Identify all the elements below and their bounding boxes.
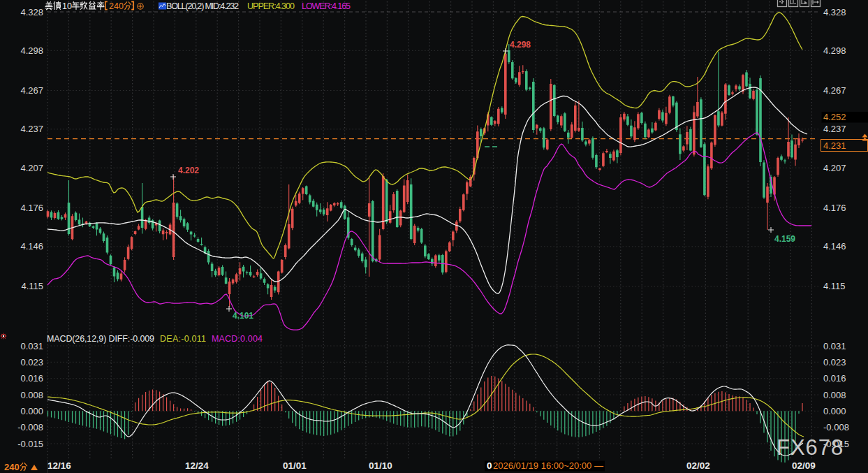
svg-text:4.237: 4.237	[20, 124, 43, 134]
svg-text:4.252: 4.252	[823, 112, 846, 122]
svg-text:12/16: 12/16	[47, 460, 71, 471]
svg-text:0.008: 0.008	[823, 390, 846, 400]
svg-text:-0.008: -0.008	[823, 422, 849, 432]
svg-text:-0.015: -0.015	[17, 439, 43, 449]
svg-text:0.000: 0.000	[823, 406, 846, 416]
svg-text:4.328: 4.328	[20, 7, 43, 17]
svg-text:4.115: 4.115	[21, 281, 43, 291]
svg-text:12/24: 12/24	[185, 460, 209, 471]
svg-text:240: 240	[109, 1, 124, 11]
svg-text:4.207: 4.207	[823, 163, 846, 173]
svg-text:4.159: 4.159	[774, 234, 795, 244]
svg-text:240: 240	[4, 462, 20, 472]
svg-text:0.031: 0.031	[823, 341, 846, 351]
svg-text:0.008: 0.008	[20, 390, 43, 400]
svg-text:4.146: 4.146	[823, 241, 846, 252]
svg-text:4.298: 4.298	[20, 45, 43, 56]
svg-text:4.298: 4.298	[823, 45, 846, 56]
svg-text:10: 10	[62, 1, 72, 11]
svg-text:MACD:0.004: MACD:0.004	[212, 334, 263, 344]
svg-text:02/09: 02/09	[792, 460, 816, 471]
svg-text:4.237: 4.237	[823, 124, 846, 134]
svg-text:FX678: FX678	[777, 435, 844, 460]
svg-text:4.328: 4.328	[823, 7, 846, 17]
svg-text:0.023: 0.023	[20, 357, 43, 368]
svg-text:4.267: 4.267	[20, 85, 43, 96]
svg-text:LOWER:4.165: LOWER:4.165	[302, 1, 351, 11]
svg-text:4.146: 4.146	[20, 241, 43, 252]
svg-text:4.176: 4.176	[20, 203, 43, 213]
svg-text:2026/01/19 16:00~20:00 —: 2026/01/19 16:00~20:00 —	[493, 460, 603, 471]
svg-text:4.267: 4.267	[823, 85, 846, 96]
svg-text:0.031: 0.031	[20, 341, 43, 351]
svg-text:4.115: 4.115	[823, 281, 846, 291]
svg-text:4.176: 4.176	[823, 203, 846, 213]
svg-text:4.101: 4.101	[233, 311, 253, 321]
svg-text:01/01: 01/01	[283, 460, 307, 471]
svg-text:01/10: 01/10	[369, 460, 392, 471]
svg-text:-0.008: -0.008	[17, 422, 43, 432]
svg-text:BOLL(20,2) MID:4.232: BOLL(20,2) MID:4.232	[166, 1, 239, 11]
svg-text:4.231: 4.231	[823, 140, 846, 151]
svg-text:DEA:-0.011: DEA:-0.011	[160, 334, 206, 344]
svg-text:02/02: 02/02	[686, 460, 710, 471]
svg-text:MACD(26,12,9) DIFF:-0.009: MACD(26,12,9) DIFF:-0.009	[47, 334, 154, 344]
svg-text:0: 0	[487, 460, 492, 471]
svg-text:0.016: 0.016	[823, 373, 846, 384]
svg-text:4.202: 4.202	[178, 166, 199, 175]
svg-text:4.298: 4.298	[510, 40, 531, 50]
svg-text:4.207: 4.207	[20, 163, 43, 173]
svg-text:0.016: 0.016	[20, 373, 43, 384]
svg-text:0.000: 0.000	[20, 406, 43, 416]
svg-text:UPPER:4.300: UPPER:4.300	[247, 1, 295, 11]
svg-text:0.023: 0.023	[823, 357, 846, 368]
